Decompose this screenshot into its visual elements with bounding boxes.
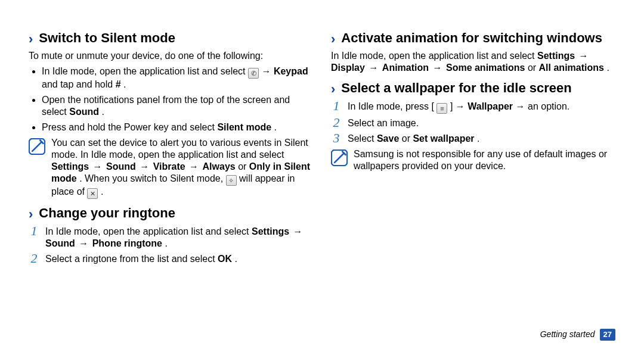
step-number: 1: [29, 225, 39, 238]
arrow-text: →: [367, 63, 382, 73]
note-icon: [331, 149, 348, 166]
note-box: You can set the device to alert you to v…: [29, 137, 313, 199]
text: .: [477, 133, 479, 144]
bold-text: Settings: [51, 161, 89, 172]
bold-text: Sound: [45, 238, 75, 248]
text: .: [235, 254, 237, 264]
text: or: [528, 63, 539, 73]
step-number: 2: [29, 252, 39, 265]
page-footer: Getting started 27: [540, 329, 615, 341]
vibrate-icon: [226, 175, 237, 186]
mute-icon: [87, 188, 98, 199]
step-row: 2 Select a ringtone from the list and se…: [29, 252, 313, 265]
chevron-icon: ›: [29, 208, 33, 221]
bold-text: Sound: [69, 107, 99, 117]
chevron-icon: ›: [331, 33, 335, 46]
footer-section: Getting started: [540, 329, 595, 340]
text: .: [165, 238, 167, 248]
text: .: [101, 107, 104, 117]
text: .: [123, 79, 126, 89]
page-number-badge: 27: [600, 329, 615, 341]
text: In Idle mode, open the application list …: [42, 66, 248, 76]
text: → an option.: [516, 101, 570, 111]
note-icon: [29, 138, 45, 155]
bold-text: Always: [203, 161, 236, 172]
left-column: › Switch to Silent mode To mute or unmut…: [29, 24, 313, 349]
arrow-text: →: [578, 51, 590, 61]
step-row: 3 Select Save or Set wallpaper .: [331, 132, 615, 145]
intro-text: To mute or unmute your device, do one of…: [29, 50, 313, 62]
step-body: Select an image.: [348, 116, 615, 129]
list-item: In Idle mode, open the application list …: [42, 66, 313, 91]
section-title: Switch to Silent mode: [39, 30, 175, 46]
arrow-text: →: [138, 161, 153, 172]
bold-text: Settings: [252, 226, 289, 236]
arrow-text: →: [188, 161, 202, 172]
bold-text: Silent mode: [217, 122, 271, 132]
page: › Switch to Silent mode To mute or unmut…: [0, 0, 644, 349]
arrow-text: →: [92, 161, 106, 172]
section-title: Select a wallpaper for the idle screen: [341, 80, 571, 96]
bold-text: Phone ringtone: [92, 238, 162, 248]
arrow-text: →: [261, 66, 273, 76]
text: .: [274, 122, 277, 132]
text: In Idle mode, open the application list …: [331, 51, 537, 61]
phone-icon: [248, 68, 259, 79]
bold-text: Keypad: [274, 66, 308, 76]
step-number: 3: [331, 132, 342, 145]
step-number: 1: [331, 99, 342, 113]
arrow-text: →: [292, 226, 304, 236]
step-body: In Idle mode, press [ ] → Wallpaper → an…: [348, 99, 615, 114]
text: and tap and hold: [42, 79, 116, 89]
section-heading-silent: › Switch to Silent mode: [29, 30, 313, 46]
note-body: You can set the device to alert you to v…: [51, 137, 313, 199]
list-item: Open the notifications panel from the to…: [42, 94, 313, 118]
bold-text: Settings: [537, 51, 575, 61]
note-body: Samsung is not responsible for any use o…: [354, 148, 615, 172]
text: You can set the device to alert you to v…: [51, 138, 308, 160]
arrow-text: →: [78, 238, 92, 248]
list-item: Press and hold the Power key and select …: [42, 121, 313, 133]
text: . When you switch to Silent mode,: [79, 173, 225, 183]
step-body: In Idle mode, open the application list …: [45, 225, 313, 250]
chevron-icon: ›: [29, 33, 33, 46]
bold-text: Wallpaper: [467, 101, 513, 111]
menu-key-icon: [436, 103, 447, 114]
step-number: 2: [331, 116, 342, 129]
section-title: Change your ringtone: [39, 205, 175, 222]
bold-text: Animation: [382, 63, 429, 73]
section-heading-wallpaper: › Select a wallpaper for the idle screen: [331, 80, 615, 96]
bold-text: All animations: [539, 63, 604, 73]
bold-text: Save: [377, 133, 399, 144]
arrow-text: →: [432, 63, 446, 73]
bold-text: Vibrate: [153, 161, 185, 172]
right-column: › Activate animation for switching windo…: [331, 24, 615, 349]
text: .: [606, 63, 609, 73]
text: In Idle mode, press [: [348, 101, 434, 111]
chevron-icon: ›: [331, 83, 335, 96]
bold-text: Some animations: [446, 63, 525, 73]
paragraph: In Idle mode, open the application list …: [331, 50, 615, 74]
section-heading-ringtone: › Change your ringtone: [29, 205, 313, 222]
bold-text: Display: [331, 63, 365, 73]
bold-text: Sound: [106, 161, 136, 172]
bold-text: Set wallpaper: [413, 133, 474, 144]
section-heading-animation: › Activate animation for switching windo…: [331, 30, 615, 46]
bold-text: OK: [218, 254, 232, 264]
bold-text: #: [116, 79, 121, 89]
step-body: Select Save or Set wallpaper .: [348, 132, 615, 145]
text: ] →: [450, 101, 467, 111]
note-box: Samsung is not responsible for any use o…: [331, 148, 615, 172]
section-title: Activate animation for switching windows: [341, 30, 602, 46]
bullet-list: In Idle mode, open the application list …: [29, 66, 313, 133]
text: .: [101, 186, 103, 197]
text: In Idle mode, open the application list …: [45, 226, 252, 236]
text: or: [238, 161, 249, 172]
text: Select: [348, 133, 377, 144]
step-row: 2 Select an image.: [331, 116, 615, 129]
text: Press and hold the Power key and select: [42, 122, 217, 132]
step-row: 1 In Idle mode, open the application lis…: [29, 225, 313, 250]
text: or: [402, 133, 413, 144]
text: Select a ringtone from the list and sele…: [45, 254, 218, 264]
step-body: Select a ringtone from the list and sele…: [45, 252, 313, 265]
